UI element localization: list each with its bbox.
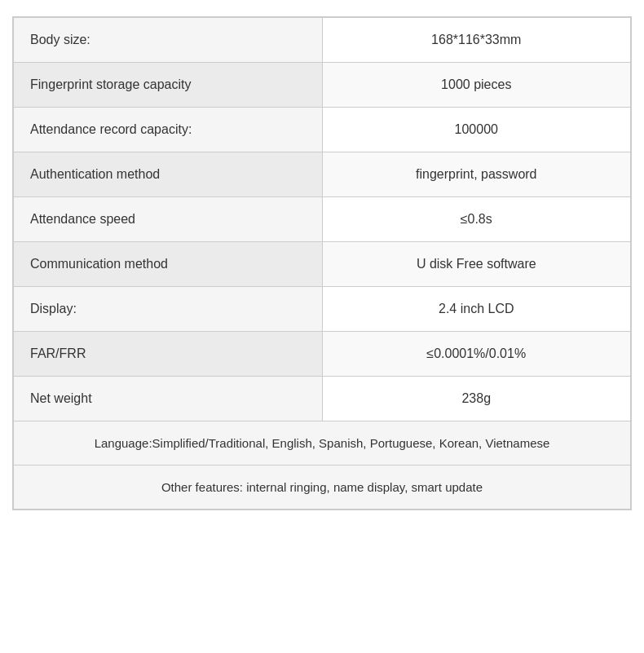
row-value: U disk Free software bbox=[322, 242, 631, 287]
row-label: Net weight bbox=[14, 377, 323, 421]
table-row: Display:2.4 inch LCD bbox=[14, 287, 631, 332]
table-row: Communication methodU disk Free software bbox=[14, 242, 631, 287]
table-row: FAR/FRR≤0.0001%/0.01% bbox=[14, 332, 631, 377]
row-value: 238g bbox=[322, 377, 631, 421]
row-label: FAR/FRR bbox=[14, 332, 323, 377]
table-row: Body size:168*116*33mm bbox=[14, 18, 631, 63]
table-row: Attendance record capacity:100000 bbox=[14, 108, 631, 152]
table-row: Fingerprint storage capacity1000 pieces bbox=[14, 63, 631, 108]
table-row: Net weight238g bbox=[14, 377, 631, 421]
row-label: Communication method bbox=[14, 242, 323, 287]
row-label: Attendance speed bbox=[14, 197, 323, 242]
full-row-text: Other features: internal ringing, name d… bbox=[14, 465, 631, 510]
row-value: ≤0.8s bbox=[322, 197, 631, 242]
row-label: Attendance record capacity: bbox=[14, 108, 323, 152]
row-value: ≤0.0001%/0.01% bbox=[322, 332, 631, 377]
full-width-row: Other features: internal ringing, name d… bbox=[14, 465, 631, 510]
row-label: Body size: bbox=[14, 18, 323, 63]
full-width-row: Language:Simplified/Traditional, English… bbox=[14, 421, 631, 465]
row-label: Fingerprint storage capacity bbox=[14, 63, 323, 108]
row-value: fingerprint, password bbox=[322, 152, 631, 197]
row-value: 1000 pieces bbox=[322, 63, 631, 108]
full-row-text: Language:Simplified/Traditional, English… bbox=[14, 421, 631, 465]
row-value: 2.4 inch LCD bbox=[322, 287, 631, 332]
specs-table: Body size:168*116*33mmFingerprint storag… bbox=[12, 16, 632, 510]
table-row: Attendance speed≤0.8s bbox=[14, 197, 631, 242]
table-row: Authentication methodfingerprint, passwo… bbox=[14, 152, 631, 197]
row-label: Authentication method bbox=[14, 152, 323, 197]
row-label: Display: bbox=[14, 287, 323, 332]
row-value: 100000 bbox=[322, 108, 631, 152]
row-value: 168*116*33mm bbox=[322, 18, 631, 63]
